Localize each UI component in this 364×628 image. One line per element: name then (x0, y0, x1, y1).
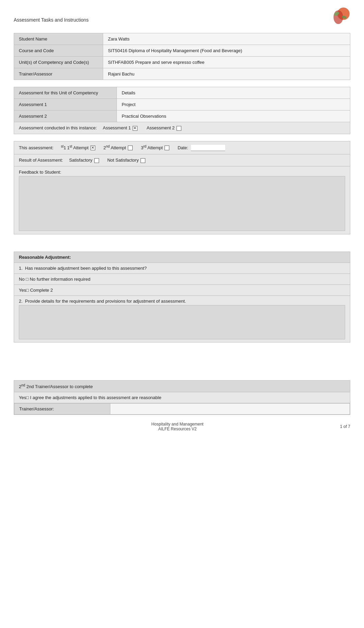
satisfactory-label: Satisfactory (69, 158, 93, 163)
feedback-area[interactable] (19, 176, 345, 231)
trainer2-label: Trainer/Assessor: (14, 404, 110, 415)
conducted-row-cell: Assessment conducted in this instance: A… (14, 122, 350, 134)
student-info-value-2: SITHFAB005 Prepare and serve espresso co… (103, 57, 350, 68)
assessment-col1-header: Assessment for this Unit of Competency (14, 87, 117, 99)
trainer2-trainer-row: Trainer/Assessor: (14, 403, 350, 415)
footer-page: 1 of 7 (340, 424, 350, 429)
conducted-label: Assessment conducted in this instance: (19, 125, 97, 130)
footer-center: Hospitality and Management AILFE Resourc… (151, 422, 204, 431)
attempt1-label: 1st Attempt (67, 145, 89, 150)
trainer2-value (110, 404, 350, 415)
result-label: Result of Assessment: (19, 158, 63, 163)
student-info-value-0: Zara Watts (103, 33, 350, 45)
student-info-row-2: Unit(s) of Competency and Code(s) SITHFA… (14, 57, 350, 68)
student-info-row-0: Student Name Zara Watts (14, 33, 350, 45)
footer-left (14, 424, 15, 429)
student-info-table: Student Name Zara Watts Course and Code … (14, 33, 350, 80)
attempt1-checkbox[interactable] (90, 146, 95, 150)
trainer2-yes-agree: Yes□ I agree the adjustments applied to … (14, 392, 350, 403)
reasonable-adjustment-table: Reasonable Adjustment: 1. Has reasonable… (14, 252, 350, 342)
attempt3-checkbox[interactable] (165, 146, 169, 150)
assessment2-value: Practical Observations (117, 111, 350, 122)
assessment1-label: Assessment 1 (14, 99, 117, 111)
ra-details-area[interactable] (19, 305, 345, 339)
ra-question2: 2. Provide details for the requirements … (14, 296, 350, 342)
page-footer: Hospitality and Management AILFE Resourc… (14, 422, 350, 431)
footer-line2: AILFE Resources V2 (151, 427, 204, 431)
student-info-label-0: Student Name (14, 33, 103, 45)
attempt2-checkbox[interactable] (128, 146, 133, 150)
attempt2-label: 2nd Attempt (104, 145, 126, 150)
date-label: Date: (178, 145, 188, 150)
assessment-col2-header: Details (117, 87, 350, 99)
student-info-row-1: Course and Code SIT50416 Diploma of Hosp… (14, 45, 350, 57)
page-header: Assessment Tasks and Instructions (14, 7, 350, 27)
trainer2-header: 2nd 2nd Trainer/Assessor to complete (14, 381, 350, 392)
assessment1-value: Project (117, 99, 350, 111)
ra-question1: 1. Has reasonable adjustment been applie… (14, 263, 350, 274)
assessment-unit-table: Assessment for this Unit of Competency D… (14, 87, 350, 134)
assessment1-conducted-label: Assessment 1 (103, 125, 131, 130)
footer-line1: Hospitality and Management (151, 422, 204, 427)
this-assessment-label: This assessment: (19, 145, 53, 150)
date-input[interactable] (191, 145, 225, 151)
attempt1-prefix: 1 (64, 145, 66, 150)
logo-icon (326, 7, 350, 27)
assessment2-checkbox[interactable] (177, 126, 181, 131)
assessment1-checkbox[interactable] (133, 126, 137, 131)
attempt1-sup: st (61, 144, 64, 148)
student-info-label-2: Unit(s) of Competency and Code(s) (14, 57, 103, 68)
satisfactory-checkbox[interactable] (94, 158, 99, 163)
student-info-row-3: Trainer/Assessor Rajani Bachu (14, 68, 350, 80)
trainer2-table: 2nd 2nd Trainer/Assessor to complete Yes… (14, 380, 350, 415)
attempt3-label: 3rd Attempt (141, 145, 163, 150)
ra-yes-row: Yes□ Complete 2 (14, 285, 350, 296)
feedback-label: Feedback to Student: (19, 170, 345, 175)
feedback-row-cell: Feedback to Student: (14, 166, 350, 234)
assessment2-conducted-label: Assessment 2 (147, 125, 175, 130)
student-info-label-1: Course and Code (14, 45, 103, 57)
student-info-label-3: Trainer/Assessor (14, 68, 103, 80)
student-info-value-1: SIT50416 Diploma of Hospitality Manageme… (103, 45, 350, 57)
assessment2-label: Assessment 2 (14, 111, 117, 122)
ra-no-row: No □ No further information required (14, 274, 350, 285)
page-title: Assessment Tasks and Instructions (14, 7, 88, 23)
attempt-row-cell: This assessment: st1 1st Attempt 2nd Att… (14, 141, 350, 154)
result-row-cell: Result of Assessment: Satisfactory Not S… (14, 154, 350, 166)
ra-title: Reasonable Adjustment: (14, 252, 350, 263)
attempt-result-table: This assessment: st1 1st Attempt 2nd Att… (14, 141, 350, 234)
not-satisfactory-checkbox[interactable] (141, 158, 145, 163)
not-satisfactory-label: Not Satisfactory (107, 158, 139, 163)
student-info-value-3: Rajani Bachu (103, 68, 350, 80)
